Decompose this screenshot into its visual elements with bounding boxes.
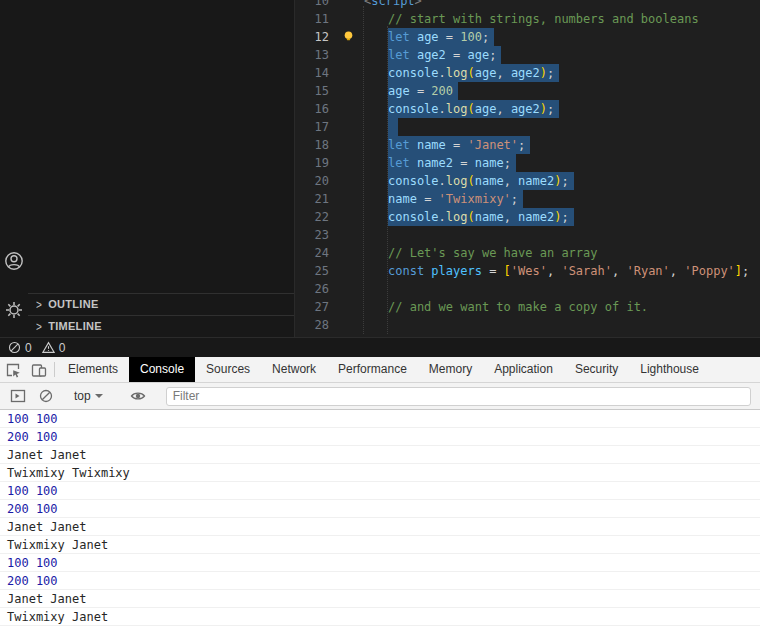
code-editor[interactable]: 10<script>11// start with strings, numbe… [295, 0, 760, 337]
code-token: let [388, 138, 417, 152]
editor-line[interactable]: 22console.log(name, name2); [295, 208, 760, 226]
code-token: name [475, 156, 504, 170]
editor-line[interactable]: 28 [295, 316, 760, 334]
code-token: ; [504, 156, 511, 170]
tab-application[interactable]: Application [483, 357, 564, 382]
editor-line[interactable]: 25const players = ['Wes', 'Sarah', 'Ryan… [295, 262, 760, 280]
code-token: log [446, 102, 468, 116]
code-token: name [475, 210, 504, 224]
code-token: [ [504, 264, 511, 278]
accounts-icon[interactable] [4, 251, 24, 271]
line-number[interactable]: 16 [295, 100, 341, 118]
chevron-right-icon: > [36, 313, 42, 339]
line-number[interactable]: 19 [295, 154, 341, 172]
timeline-section-header[interactable]: > TIMELINE [28, 315, 294, 337]
editor-line[interactable]: 10<script> [295, 0, 760, 10]
line-number[interactable]: 26 [295, 280, 341, 298]
line-number[interactable]: 14 [295, 64, 341, 82]
devtools-tab-bar: ElementsConsoleSourcesNetworkPerformance… [0, 357, 760, 383]
editor-line[interactable]: 15age = 200 [295, 82, 760, 100]
code-text: // Let's say we have an array [388, 246, 598, 260]
context-label: top [74, 389, 91, 403]
editor-line[interactable]: 27// and we want to make a copy of it. [295, 298, 760, 316]
inspect-element-icon[interactable] [0, 357, 26, 382]
editor-line[interactable]: 12let age = 100; [295, 28, 760, 46]
execution-context-dropdown[interactable]: top [68, 389, 109, 403]
line-number[interactable]: 11 [295, 10, 341, 28]
console-filter-input[interactable] [166, 387, 751, 406]
device-toolbar-icon[interactable] [26, 357, 52, 382]
editor-line[interactable]: 14console.log(age, age2); [295, 64, 760, 82]
editor-line[interactable]: 11// start with strings, numbers and boo… [295, 10, 760, 28]
code-token: , [496, 102, 510, 116]
editor-line[interactable]: 17 [295, 118, 760, 136]
console-log-row: 200 100 [0, 500, 760, 518]
editor-line[interactable]: 21name = 'Twixmixy'; [295, 190, 760, 208]
line-number[interactable]: 18 [295, 136, 341, 154]
clear-console-icon[interactable] [33, 388, 59, 404]
editor-line[interactable]: 24// Let's say we have an array [295, 244, 760, 262]
devtools-tabs: ElementsConsoleSourcesNetworkPerformance… [57, 357, 710, 382]
tab-console[interactable]: Console [129, 357, 195, 382]
editor-line[interactable]: 16console.log(age, age2); [295, 100, 760, 118]
console-sidebar-icon[interactable] [5, 388, 31, 404]
activity-bar [0, 0, 28, 337]
line-number[interactable]: 25 [295, 262, 341, 280]
line-number[interactable]: 12 [295, 28, 341, 46]
status-bar[interactable]: 0 0 [0, 337, 760, 357]
editor-line[interactable]: 18let name = 'Janet'; [295, 136, 760, 154]
code-token: = [460, 156, 474, 170]
code-token: > [415, 0, 422, 8]
console-log-row: 200 100 [0, 572, 760, 590]
line-number[interactable]: 17 [295, 118, 341, 136]
code-token: , [670, 264, 684, 278]
text-selection: name = 'Twixmixy'; [388, 190, 523, 208]
console-toolbar: top [0, 383, 760, 410]
code-token: = [453, 138, 467, 152]
outline-section-header[interactable]: > OUTLINE [28, 293, 294, 315]
code-token: 'Ryan' [626, 264, 669, 278]
line-number[interactable]: 22 [295, 208, 341, 226]
code-token: age [475, 102, 497, 116]
code-token: , [612, 264, 626, 278]
line-number[interactable]: 21 [295, 190, 341, 208]
text-selection: console.log(age, age2); [388, 100, 559, 118]
editor-line[interactable]: 20console.log(name, name2); [295, 172, 760, 190]
tab-sources[interactable]: Sources [195, 357, 261, 382]
editor-line[interactable]: 26 [295, 280, 760, 298]
editor-line[interactable]: 23 [295, 226, 760, 244]
text-selection: console.log(name, name2); [388, 208, 574, 226]
code-token: ; [742, 264, 749, 278]
code-token: let [388, 156, 417, 170]
code-token: ) [540, 66, 547, 80]
line-number[interactable]: 15 [295, 82, 341, 100]
code-token: log [446, 174, 468, 188]
line-number[interactable]: 23 [295, 226, 341, 244]
line-number[interactable]: 10 [295, 0, 341, 10]
line-number[interactable]: 28 [295, 316, 341, 334]
console-output: 100 100200 100Janet JanetTwixmixy Twixmi… [0, 410, 760, 638]
line-number[interactable]: 20 [295, 172, 341, 190]
settings-gear-icon[interactable] [4, 300, 24, 320]
code-token: // start with strings, numbers and boole… [388, 12, 699, 26]
text-selection: let name = 'Janet'; [388, 136, 530, 154]
tab-lighthouse[interactable]: Lighthouse [629, 357, 710, 382]
editor-line[interactable]: 13let age2 = age; [295, 46, 760, 64]
live-expression-eye-icon[interactable] [125, 388, 151, 404]
code-token: ; [561, 174, 568, 188]
line-number[interactable]: 13 [295, 46, 341, 64]
code-token: , [547, 264, 561, 278]
tab-elements[interactable]: Elements [57, 357, 129, 382]
tab-memory[interactable]: Memory [418, 357, 483, 382]
line-number[interactable]: 27 [295, 298, 341, 316]
text-selection: let name2 = name; [388, 154, 516, 172]
tab-network[interactable]: Network [261, 357, 327, 382]
tab-security[interactable]: Security [564, 357, 629, 382]
code-text: const players = ['Wes', 'Sarah', 'Ryan',… [388, 264, 749, 278]
code-token: age [467, 48, 489, 62]
editor-line[interactable]: 19let name2 = name; [295, 154, 760, 172]
code-token: 'Wes' [511, 264, 547, 278]
code-token: // Let's say we have an array [388, 246, 598, 260]
line-number[interactable]: 24 [295, 244, 341, 262]
tab-performance[interactable]: Performance [327, 357, 418, 382]
